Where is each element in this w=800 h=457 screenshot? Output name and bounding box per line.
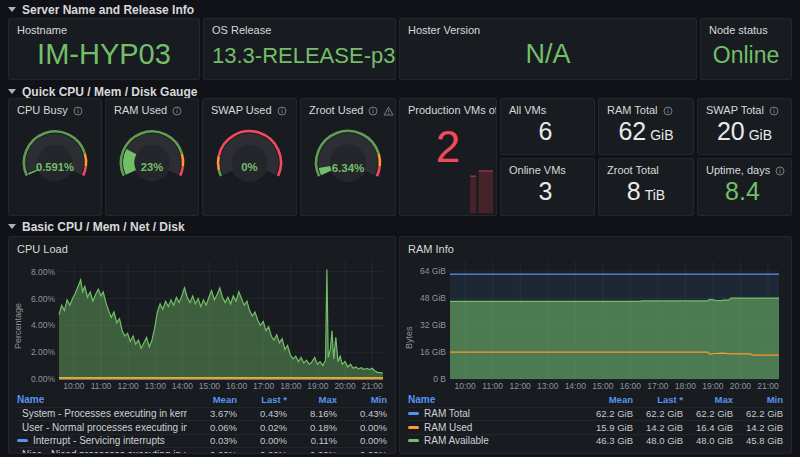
row-title: Quick CPU / Mem / Disk Gauge — [22, 85, 197, 99]
legend-col-max[interactable]: Max — [287, 394, 337, 405]
svg-text:0 B: 0 B — [433, 374, 446, 384]
legend-col-name[interactable]: Name — [408, 394, 583, 405]
svg-text:11:00: 11:00 — [91, 381, 112, 391]
svg-text:14:00: 14:00 — [565, 381, 587, 391]
legend-col-min[interactable]: Min — [337, 394, 387, 405]
legend-value: 45.8 GiB — [733, 435, 783, 446]
info-icon[interactable] — [769, 106, 779, 116]
row-header-basic-cpu[interactable]: Basic CPU / Mem / Net / Disk — [8, 219, 185, 234]
legend-value: 62.2 GiB — [583, 408, 633, 419]
svg-text:19:00: 19:00 — [307, 381, 329, 391]
svg-text:12:00: 12:00 — [510, 381, 532, 391]
svg-text:0.00%: 0.00% — [31, 374, 56, 384]
svg-text:8.00%: 8.00% — [31, 267, 56, 277]
series-color-dash — [408, 426, 419, 429]
legend-value: 0.00% — [287, 449, 337, 454]
info-icon[interactable] — [663, 106, 673, 116]
panel-title: SWAP Total — [706, 104, 764, 117]
legend-col-min[interactable]: Min — [733, 394, 783, 405]
legend-col-last[interactable]: Last * — [633, 394, 683, 405]
legend-col-last[interactable]: Last * — [237, 394, 287, 405]
legend-col-name[interactable]: Name — [17, 394, 187, 405]
info-icon[interactable] — [277, 106, 287, 116]
stat-unit: TiB — [645, 187, 665, 203]
panel-production-vms-offline: Production VMs offlin 2 — [399, 98, 497, 216]
legend-row[interactable]: System - Processes executing in kernel m… — [17, 407, 387, 421]
hoster-version-value: N/A — [408, 39, 688, 70]
svg-text:13:00: 13:00 — [145, 381, 167, 391]
series-name[interactable]: RAM Used — [424, 422, 472, 433]
cpu-load-chart[interactable]: 10:0011:0012:0013:0014:0015:0016:0017:00… — [27, 256, 387, 392]
y-axis-label: Percentage — [13, 303, 23, 349]
legend-value: 8.16% — [287, 408, 337, 419]
panel-uptime: Uptime, days 8.4 — [697, 158, 792, 216]
panel-title: Zroot Total — [607, 164, 659, 177]
svg-text:17:00: 17:00 — [647, 381, 669, 391]
row-title: Basic CPU / Mem / Net / Disk — [22, 220, 185, 234]
legend-row[interactable]: RAM Total62.2 GiB62.2 GiB62.2 GiB62.2 Gi… — [408, 407, 783, 421]
row-title: Server Name and Release Info — [22, 3, 194, 17]
legend-row[interactable]: User - Normal processes executing in use… — [17, 420, 387, 434]
legend-value: 62.2 GiB — [733, 408, 783, 419]
legend-col-mean[interactable]: Mean — [583, 394, 633, 405]
legend-row[interactable]: Interrupt - Servicing interrupts0.03%0.0… — [17, 434, 387, 448]
panel-title: CPU Busy — [17, 104, 68, 117]
info-icon[interactable] — [775, 166, 785, 176]
legend-value: 0.11% — [287, 435, 337, 446]
legend-row[interactable]: RAM Available46.3 GiB48.0 GiB48.0 GiB45.… — [408, 434, 783, 448]
legend-value: 0.06% — [187, 422, 237, 433]
svg-text:12:00: 12:00 — [117, 381, 139, 391]
legend-value: 0.00% — [337, 449, 387, 454]
panel-title: Zroot Used — [309, 104, 363, 117]
legend-value: 0.00% — [187, 449, 237, 454]
series-name[interactable]: User - Normal processes executing in use… — [22, 422, 187, 433]
series-name[interactable]: RAM Available — [424, 435, 489, 446]
legend-value: 15.9 GiB — [583, 422, 633, 433]
series-name[interactable]: RAM Total — [424, 408, 470, 419]
ram-used-gauge: 23% — [114, 119, 190, 187]
info-icon[interactable] — [73, 106, 83, 116]
svg-text:14:00: 14:00 — [172, 381, 194, 391]
svg-text:16 GiB: 16 GiB — [420, 347, 446, 357]
chevron-down-icon — [8, 89, 16, 94]
legend-row[interactable]: RAM Used15.9 GiB14.2 GiB16.4 GiB14.2 GiB — [408, 420, 783, 434]
row-header-quick-gauges[interactable]: Quick CPU / Mem / Disk Gauge — [8, 84, 197, 99]
series-name[interactable]: System - Processes executing in kernel m… — [22, 408, 187, 419]
swap-used-gauge: 0% — [211, 119, 288, 187]
svg-text:18:00: 18:00 — [675, 381, 697, 391]
legend-value: 0.43% — [237, 408, 287, 419]
svg-text:16:00: 16:00 — [226, 381, 248, 391]
legend-col-mean[interactable]: Mean — [187, 394, 237, 405]
panel-ram-used: RAM Used 23% — [105, 98, 199, 216]
svg-text:15:00: 15:00 — [199, 381, 221, 391]
legend-value: 0.00% — [237, 449, 287, 454]
panel-title: SWAP Used — [211, 104, 272, 117]
legend-col-max[interactable]: Max — [683, 394, 733, 405]
panel-title: Hostname — [17, 24, 67, 37]
panel-zroot-total: Zroot Total 8TiB — [598, 158, 694, 216]
panel-title: Hoster Version — [408, 24, 480, 37]
info-icon[interactable] — [172, 106, 182, 116]
warning-icon[interactable] — [383, 106, 394, 116]
ram-total-value: 62 — [618, 117, 646, 146]
legend-value: 0.00% — [337, 435, 387, 446]
zroot-used-gauge: 6.34% — [309, 119, 387, 187]
panel-online-vms: Online VMs 3 — [500, 158, 595, 216]
panel-zroot-used: Zroot Used 6.34% — [300, 98, 396, 216]
svg-text:10:00: 10:00 — [63, 381, 85, 391]
row-header-server-info[interactable]: Server Name and Release Info — [8, 2, 194, 17]
info-icon[interactable] — [368, 106, 378, 116]
stat-unit: GiB — [650, 127, 673, 143]
ram-info-chart[interactable]: 10:0011:0012:0013:0014:0015:0016:0017:00… — [418, 256, 783, 392]
svg-text:64 GiB: 64 GiB — [420, 266, 446, 276]
stat-unit: GiB — [749, 127, 772, 143]
panel-title: Online VMs — [509, 164, 566, 177]
series-name[interactable]: Nice - Niced processes executing in user… — [22, 449, 187, 454]
svg-text:21:00: 21:00 — [362, 381, 384, 391]
svg-text:23%: 23% — [141, 161, 163, 173]
legend-row[interactable]: Nice - Niced processes executing in user… — [17, 447, 387, 454]
svg-text:21:00: 21:00 — [757, 381, 779, 391]
legend-value: 46.3 GiB — [583, 435, 633, 446]
series-name[interactable]: Interrupt - Servicing interrupts — [33, 435, 165, 446]
svg-text:15:00: 15:00 — [592, 381, 614, 391]
